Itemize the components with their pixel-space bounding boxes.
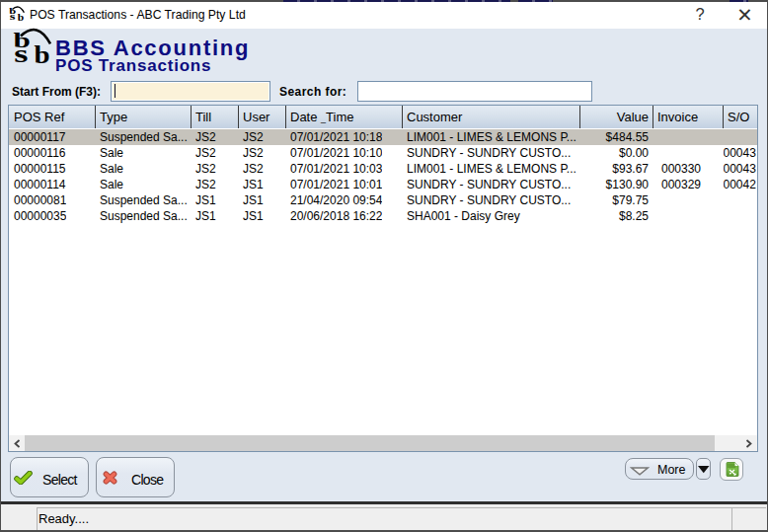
svg-text:b: b bbox=[35, 41, 50, 68]
svg-text:s: s bbox=[14, 39, 28, 68]
